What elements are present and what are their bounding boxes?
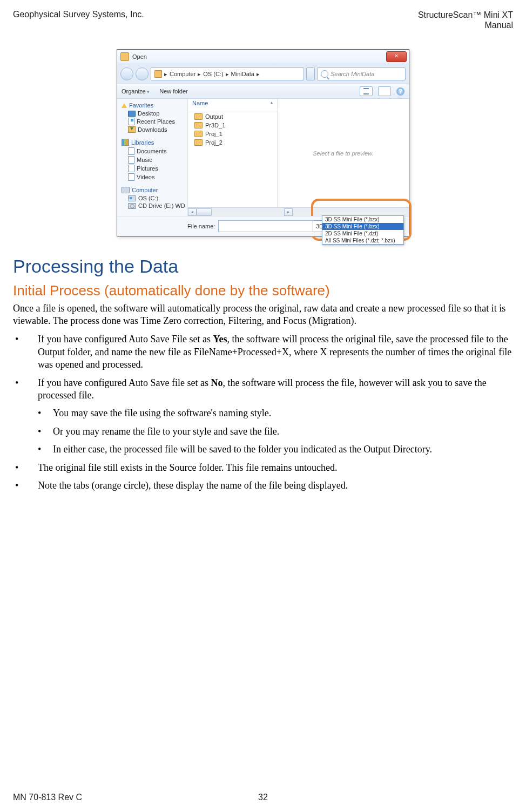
favorites-header[interactable]: Favorites <box>117 101 187 110</box>
new-folder-button[interactable]: New folder <box>159 88 188 94</box>
sidebar-item-music[interactable]: Music <box>117 155 187 164</box>
libraries-header[interactable]: Libraries <box>117 138 187 147</box>
cd-icon <box>128 203 136 209</box>
star-icon <box>122 103 127 108</box>
folder-icon <box>194 139 203 146</box>
help-icon[interactable]: ? <box>396 87 404 96</box>
downloads-icon <box>128 126 136 133</box>
filename-label: File name: <box>187 223 215 229</box>
preview-pane: Select a file to preview. <box>278 99 409 207</box>
bullet-item: The original file still exists in the So… <box>13 462 513 474</box>
search-input[interactable]: Search MiniData <box>317 67 406 80</box>
open-dialog: Open × ▸ Computer ▸ OS (C:) ▸ MiniData ▸ <box>117 49 409 236</box>
sidebar-item-recent[interactable]: Recent Places <box>117 117 187 126</box>
paragraph: Once a file is opened, the software will… <box>13 302 513 327</box>
desktop-icon <box>128 111 136 117</box>
header-left: Geophysical Survey Systems, Inc. <box>13 10 144 30</box>
preview-pane-button[interactable] <box>378 86 391 96</box>
bullet-item: Note the tabs (orange circle), these dis… <box>13 479 513 492</box>
sub-bullet-item: Or you may rename the file to your style… <box>38 425 513 438</box>
column-header-name[interactable]: Name▴ <box>188 99 277 112</box>
bullet-item: If you have configured Auto Save File se… <box>13 333 513 371</box>
sidebar-item-cd[interactable]: CD Drive (E:) WD <box>117 202 187 209</box>
view-button[interactable] <box>360 86 373 96</box>
page-footer: MN 70-813 Rev C 32 <box>13 793 513 802</box>
page-number: 32 <box>258 793 268 802</box>
breadcrumb[interactable]: ▸ Computer ▸ OS (C:) ▸ MiniData ▸ <box>151 67 304 80</box>
dialog-titlebar: Open × <box>117 50 409 64</box>
heading-2: Initial Process (automatically done by t… <box>13 282 513 299</box>
close-button[interactable]: × <box>386 51 407 62</box>
computer-icon <box>122 187 130 193</box>
folder-icon <box>194 131 203 137</box>
videos-icon <box>128 173 134 181</box>
list-item[interactable]: Proj_2 <box>188 138 277 147</box>
forward-button[interactable] <box>136 67 149 80</box>
filename-input[interactable] <box>218 220 319 232</box>
docs-icon <box>128 147 134 155</box>
list-item[interactable]: Output <box>188 112 277 121</box>
heading-1: Processing the Data <box>13 256 513 277</box>
page-header: Geophysical Survey Systems, Inc. Structu… <box>13 10 513 30</box>
music-icon <box>128 156 134 164</box>
libraries-icon <box>122 139 129 146</box>
refresh-button[interactable] <box>306 67 315 80</box>
list-item[interactable]: Pr3D_1 <box>188 121 277 130</box>
hdd-icon <box>128 195 136 201</box>
dropdown-option[interactable]: 3D SS Mini File (*.bzx) <box>322 216 403 223</box>
header-right: StructureScan™ Mini XT Manual <box>418 10 513 30</box>
sub-bullet-item: In either case, the processed file will … <box>38 443 513 456</box>
search-icon <box>321 70 328 78</box>
organize-menu[interactable]: Organize <box>122 88 150 94</box>
sidebar-item-videos[interactable]: Videos <box>117 173 187 181</box>
nav-pane: Favorites Desktop Recent Places Download… <box>117 99 188 216</box>
sidebar-item-pictures[interactable]: Pictures <box>117 164 187 173</box>
recent-icon <box>128 118 134 125</box>
h-scrollbar[interactable]: ◂▸ <box>188 207 409 216</box>
dropdown-option[interactable]: All SS Mini Files (*.dzt; *.bzx) <box>322 237 403 244</box>
dialog-title: Open <box>132 53 147 60</box>
sidebar-item-downloads[interactable]: Downloads <box>117 126 187 133</box>
pictures-icon <box>128 165 134 172</box>
back-button[interactable] <box>120 67 133 80</box>
sub-bullet-item: You may save the file using the software… <box>38 407 513 419</box>
sidebar-item-osc[interactable]: OS (C:) <box>117 194 187 202</box>
folder-icon <box>194 122 203 128</box>
filetype-dropdown[interactable]: 3D SS Mini File (*.bzx) 3D SS Mini File … <box>322 215 404 245</box>
bullet-item: If you have configured Auto Save file se… <box>13 377 513 456</box>
dropdown-option[interactable]: 2D SS Mini File (*.dzt) <box>322 230 403 237</box>
dropdown-option-selected[interactable]: 3D SS Mini File (*.bzx) <box>322 223 403 230</box>
folder-icon <box>154 70 162 78</box>
file-list: Name▴ Output Pr3D_1 Proj_1 Proj_2 <box>188 99 278 207</box>
computer-header[interactable]: Computer <box>117 186 187 194</box>
dialog-toolbar: Organize New folder ? <box>117 84 409 99</box>
bullet-list: If you have configured Auto Save File se… <box>13 333 513 492</box>
footer-left: MN 70-813 Rev C <box>13 793 82 802</box>
sidebar-item-documents[interactable]: Documents <box>117 147 187 155</box>
folder-icon <box>194 113 203 120</box>
folder-icon <box>120 52 129 61</box>
list-item[interactable]: Proj_1 <box>188 130 277 138</box>
address-bar: ▸ Computer ▸ OS (C:) ▸ MiniData ▸ Search… <box>117 64 409 84</box>
sidebar-item-desktop[interactable]: Desktop <box>117 110 187 117</box>
